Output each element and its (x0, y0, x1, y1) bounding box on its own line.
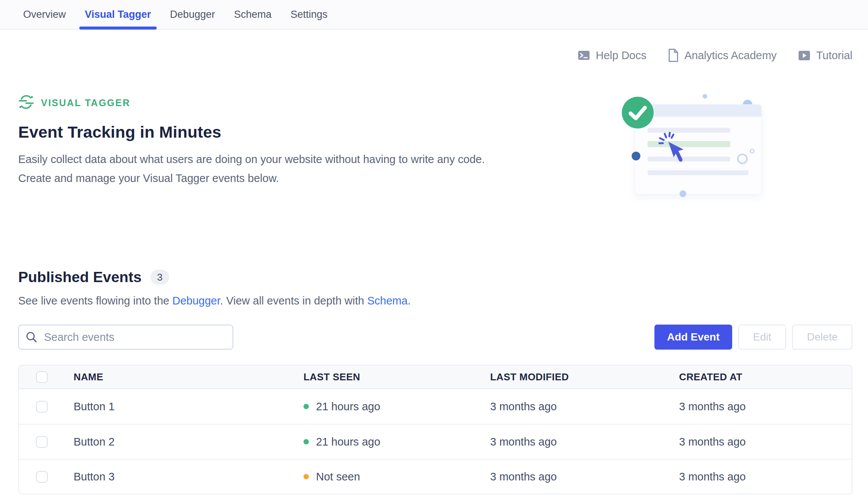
published-events-title: Published Events (18, 269, 142, 286)
column-header-name: NAME (74, 366, 303, 389)
debugger-link[interactable]: Debugger (172, 295, 220, 307)
row-checkbox[interactable] (36, 401, 48, 413)
help-docs-link[interactable]: Help Docs (577, 49, 646, 62)
published-events-section: Published Events 3 See live events flowi… (18, 269, 852, 494)
table-row[interactable]: Button 121 hours ago3 months ago3 months… (19, 389, 852, 424)
select-all-checkbox[interactable] (36, 371, 48, 383)
events-count-badge: 3 (151, 270, 169, 285)
last-seen-cell: 21 hours ago (316, 436, 380, 448)
tab-overview[interactable]: Overview (14, 0, 75, 29)
row-checkbox[interactable] (36, 471, 48, 483)
help-docs-label: Help Docs (596, 49, 646, 62)
subtitle-suffix: . (407, 295, 410, 307)
tutorial-link[interactable]: Tutorial (798, 49, 852, 62)
created-at-cell: 3 months ago (679, 389, 852, 424)
last-modified-cell: 3 months ago (490, 424, 679, 459)
decor-dot (679, 190, 686, 197)
column-header-created-at: CREATED AT (679, 366, 852, 389)
decor-ring (750, 149, 755, 154)
table-row[interactable]: Button 3Not seen3 months ago3 months ago (19, 459, 852, 494)
eyebrow-label: VISUAL TAGGER (41, 97, 131, 108)
segment-logo-icon (18, 94, 34, 111)
last-modified-cell: 3 months ago (490, 459, 679, 494)
document-icon (668, 49, 679, 62)
terminal-icon (577, 49, 590, 62)
event-name-cell: Button 1 (74, 389, 303, 424)
search-box (18, 325, 233, 350)
seen-status-dot (303, 404, 309, 409)
decor-dot (703, 94, 707, 99)
edit-button[interactable]: Edit (738, 325, 786, 350)
events-toolbar: Add Event Edit Delete (18, 325, 852, 350)
seen-status-dot (303, 439, 309, 444)
tab-schema[interactable]: Schema (225, 0, 281, 29)
published-events-table: NAME LAST SEEN LAST MODIFIED CREATED AT … (18, 365, 852, 494)
tab-visual-tagger[interactable]: Visual Tagger (75, 0, 161, 29)
not-seen-status-dot (303, 474, 309, 479)
tab-debugger[interactable]: Debugger (160, 0, 225, 29)
event-name-cell: Button 2 (74, 424, 303, 459)
search-input[interactable] (18, 325, 233, 350)
play-icon (798, 49, 811, 62)
decor-dot (632, 152, 640, 160)
subtitle-middle: . View all events in depth with (220, 295, 367, 307)
analytics-academy-link[interactable]: Analytics Academy (668, 49, 777, 62)
column-header-last-seen: LAST SEEN (303, 366, 490, 389)
hero-illustration (621, 94, 800, 205)
row-checkbox[interactable] (36, 436, 48, 448)
events-table-body: Button 121 hours ago3 months ago3 months… (19, 389, 852, 494)
created-at-cell: 3 months ago (679, 459, 852, 494)
created-at-cell: 3 months ago (679, 424, 852, 459)
column-header-last-modified: LAST MODIFIED (490, 366, 679, 389)
schema-link[interactable]: Schema (367, 295, 407, 307)
decor-ring (737, 154, 748, 164)
analytics-academy-label: Analytics Academy (684, 49, 777, 62)
event-name-cell: Button 3 (74, 459, 303, 494)
last-seen-cell: 21 hours ago (316, 400, 380, 413)
subtitle-prefix: See live events flowing into the (18, 295, 172, 307)
page-tabs: Overview Visual Tagger Debugger Schema S… (0, 0, 868, 30)
hero-section: VISUAL TAGGER Event Tracking in Minutes … (18, 94, 852, 188)
skeleton-line (648, 170, 748, 175)
table-header-row: NAME LAST SEEN LAST MODIFIED CREATED AT (19, 366, 852, 389)
add-event-button[interactable]: Add Event (654, 325, 732, 350)
table-row[interactable]: Button 221 hours ago3 months ago3 months… (19, 424, 852, 459)
delete-button[interactable]: Delete (792, 325, 852, 350)
help-links-bar: Help Docs Analytics Academy Tutorial (18, 49, 852, 62)
published-events-subtitle: See live events flowing into the Debugge… (18, 295, 852, 307)
search-icon (25, 331, 38, 343)
cursor-click-icon (659, 132, 690, 168)
last-seen-cell: Not seen (316, 471, 360, 483)
last-modified-cell: 3 months ago (490, 389, 679, 424)
tab-settings[interactable]: Settings (281, 0, 337, 29)
tutorial-label: Tutorial (816, 49, 852, 62)
checkmark-circle-icon (621, 96, 654, 130)
